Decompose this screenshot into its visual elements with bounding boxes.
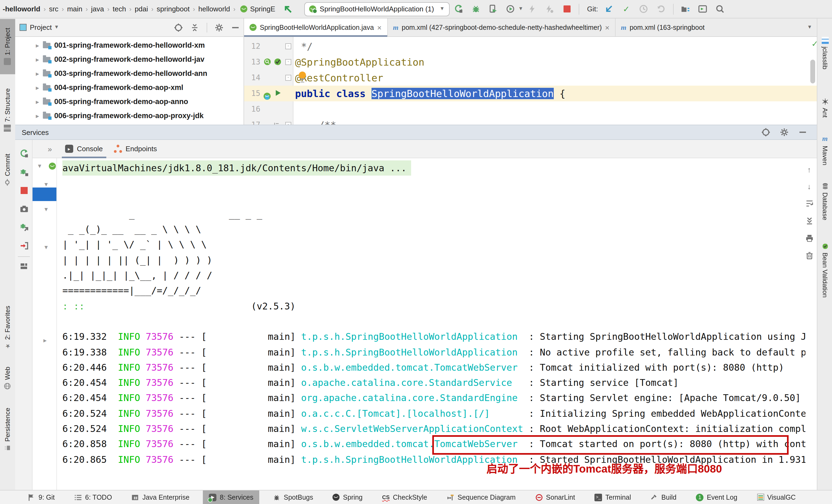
scroll-to-end-icon[interactable]	[805, 217, 813, 225]
fold-marker-icon[interactable]: -	[285, 122, 291, 124]
stripe-button-structure[interactable]: 7: Structure	[0, 85, 15, 136]
tree-expand-chevron-icon[interactable]	[38, 162, 41, 170]
services-tree[interactable]	[32, 158, 57, 490]
editor-scrollbar-thumb[interactable]	[810, 60, 815, 83]
tree-row[interactable]: 006-spring-framework-demo-aop-proxy-jdk	[15, 108, 244, 122]
tree-row[interactable]: 002-spring-framework-demo-helloworld-jav	[15, 52, 244, 66]
breadcrumb-main[interactable]: main	[67, 5, 83, 13]
stripe-button-favorites[interactable]: 2: Favorites	[0, 301, 15, 355]
toolwindow-button-git[interactable]: 9: Git	[22, 490, 61, 504]
stop-button[interactable]	[560, 2, 574, 16]
expand-chevron-icon[interactable]	[36, 83, 39, 91]
spring-running-gutter-icon[interactable]	[264, 89, 271, 97]
rerun-button[interactable]	[19, 148, 29, 158]
inspections-ok-icon[interactable]	[811, 39, 817, 49]
fold-marker-icon[interactable]: -	[285, 44, 291, 49]
toolwindow-button-spotbugs[interactable]: SpotBugs	[267, 490, 319, 504]
attach-debugger-icon[interactable]	[19, 222, 29, 232]
expand-chevron-icon[interactable]	[36, 97, 39, 105]
tree-expand-chevron-icon[interactable]	[45, 243, 48, 251]
services-panel-header[interactable]: Services	[15, 124, 817, 140]
toolwindow-button-visualgc[interactable]: VisualGC	[751, 490, 802, 504]
fold-marker-icon[interactable]: -	[285, 59, 291, 65]
spring-bean-gutter-icon[interactable]	[264, 58, 271, 65]
fold-marker-icon[interactable]: -	[285, 75, 291, 81]
thread-dump-camera-icon[interactable]	[19, 204, 29, 214]
git-commit-button[interactable]	[619, 2, 633, 16]
navigate-back-arrow-icon[interactable]	[281, 2, 295, 16]
stripe-button-web[interactable]: Web	[0, 363, 15, 394]
code-editor[interactable]: 12 - */ 13 - @SpringBootApplication 14 -…	[244, 37, 817, 124]
stripe-button-persistence[interactable]: Persistence	[0, 401, 15, 458]
breadcrumb-springboot[interactable]: springboot	[156, 5, 190, 13]
breadcrumb-java[interactable]: java	[90, 5, 105, 13]
profiler-button[interactable]	[503, 2, 518, 16]
breadcrumb-project[interactable]: -helloworld	[2, 5, 41, 13]
tree-row[interactable]: 004-spring-framework-demo-aop-xml	[15, 80, 244, 94]
tree-expand-chevron-icon[interactable]	[45, 205, 48, 213]
toolwindow-button-checkstyle[interactable]: CS CheckStyle	[376, 490, 433, 504]
project-panel-title[interactable]: Project	[30, 23, 52, 31]
toolwindow-button-terminal[interactable]: >_ Terminal	[589, 490, 637, 504]
tree-row[interactable]: 005-spring-framework-demo-aop-anno	[15, 94, 244, 108]
locate-icon[interactable]	[761, 128, 770, 137]
print-icon[interactable]	[805, 234, 813, 242]
toolwindow-button-todo[interactable]: 6: TODO	[68, 490, 118, 504]
stripe-button-jclasslib[interactable]: jclasslib	[817, 23, 832, 83]
toolwindow-button-sequence-diagram[interactable]: Sequence Diagram	[441, 490, 521, 504]
run-anything-button[interactable]	[696, 2, 710, 16]
toolwindow-button-event-log[interactable]: 1 Event Log	[690, 490, 743, 504]
breadcrumb-src[interactable]: src	[49, 5, 59, 13]
expand-chevron-icon[interactable]	[36, 41, 39, 49]
run-configuration-select[interactable]: SpringBootHelloWorldApplication (1)	[305, 2, 450, 16]
editor-tab-pom-163[interactable]: m pom.xml (163-springboot	[615, 19, 710, 36]
breadcrumb-helloworld[interactable]: helloworld	[198, 5, 231, 13]
spring-ok-gutter-icon[interactable]	[274, 58, 282, 65]
run-class-gutter-icon[interactable]	[275, 89, 282, 97]
breadcrumb-current-class[interactable]: SpringE	[250, 5, 276, 13]
run-button[interactable]	[451, 2, 466, 16]
console-fold-arrow-icon[interactable]	[44, 336, 47, 344]
up-stack-trace-icon[interactable]: ↑	[807, 166, 811, 173]
down-stack-trace-icon[interactable]: ↓	[807, 183, 811, 190]
layout-options-icon[interactable]	[19, 261, 29, 271]
rerun-debug-button[interactable]	[19, 167, 29, 177]
profiler-dropdown-chevron-icon[interactable]	[519, 7, 524, 11]
hide-panel-icon[interactable]	[231, 23, 240, 32]
hidden-tabs-chevron-icon[interactable]	[808, 25, 812, 30]
close-tab-icon[interactable]	[605, 23, 609, 32]
clear-console-trash-icon[interactable]	[805, 251, 813, 259]
exit-process-icon[interactable]	[19, 241, 29, 250]
search-everywhere-button[interactable]	[713, 2, 727, 16]
stripe-button-database[interactable]: Database	[817, 177, 832, 226]
project-structure-button[interactable]	[678, 2, 692, 16]
expand-chevron-icon[interactable]	[36, 55, 39, 63]
expand-chevron-icon[interactable]	[36, 111, 39, 119]
hide-services-panel-icon[interactable]	[798, 128, 807, 137]
tab-console[interactable]: ▸ Console	[60, 140, 108, 158]
git-update-project-button[interactable]	[602, 2, 616, 16]
project-view-chevron-icon[interactable]	[55, 25, 59, 30]
breadcrumb-tech[interactable]: tech	[112, 5, 126, 13]
more-tree-chevrons-icon[interactable]	[32, 144, 60, 153]
project-settings-gear-icon[interactable]	[215, 23, 224, 32]
stripe-button-commit[interactable]: Commit	[0, 151, 15, 189]
editor-tab-pom-427[interactable]: m pom.xml (427-springboot-demo-schedule-…	[388, 19, 615, 36]
tree-expand-chevron-icon[interactable]	[45, 180, 48, 188]
stripe-button-ant[interactable]: Ant	[817, 92, 832, 123]
close-tab-icon[interactable]	[377, 23, 382, 32]
stripe-button-bean-validation[interactable]: Bean Validation	[817, 235, 832, 306]
expand-chevron-icon[interactable]	[36, 69, 39, 77]
intention-lightbulb-icon[interactable]	[299, 72, 306, 79]
selected-tree-node[interactable]	[32, 188, 57, 201]
locate-file-icon[interactable]	[174, 23, 183, 32]
toolwindow-button-services[interactable]: ▶ 8: Services	[203, 490, 260, 504]
stripe-button-maven[interactable]: m Maven	[817, 132, 832, 168]
toolwindow-button-spring[interactable]: Spring	[327, 490, 368, 504]
debug-button[interactable]	[469, 2, 483, 16]
collapse-all-icon[interactable]	[190, 23, 199, 32]
stop-process-button[interactable]	[19, 185, 29, 195]
services-settings-gear-icon[interactable]	[780, 128, 788, 137]
editor-tab-java-file[interactable]: SpringBootHelloWorldApplication.java	[244, 19, 388, 36]
tree-row[interactable]: 001-spring-framework-demo-helloworld-xm	[15, 38, 244, 52]
